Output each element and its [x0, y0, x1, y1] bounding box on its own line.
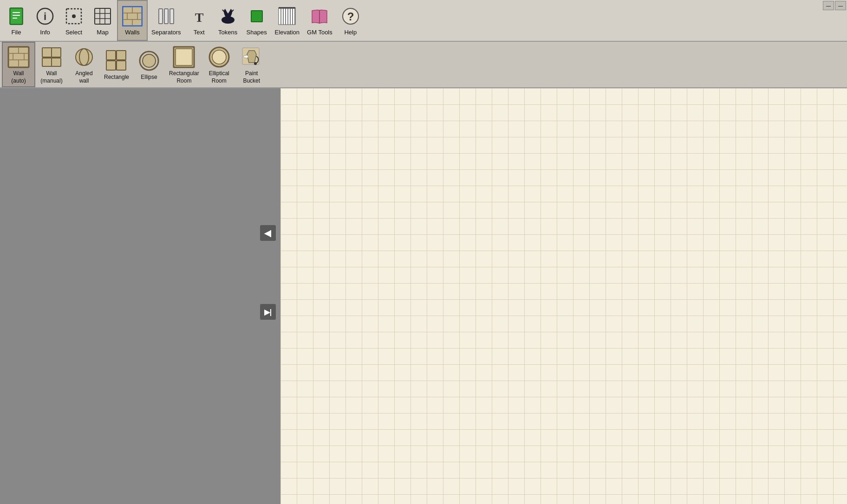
rectangle-label: Rectangle	[104, 74, 129, 80]
text-button[interactable]: T Text	[185, 0, 214, 41]
svg-text:?: ?	[347, 10, 354, 23]
map-label: Map	[97, 29, 108, 36]
rectangle-button[interactable]: Rectangle	[100, 42, 133, 87]
rectangular-room-icon	[172, 45, 196, 69]
svg-rect-53	[117, 51, 126, 60]
shapes-button[interactable]: Shapes	[242, 0, 271, 41]
wall-manual-button[interactable]: Wall (manual)	[35, 42, 68, 87]
svg-point-8	[72, 14, 76, 18]
svg-rect-48	[42, 58, 52, 66]
file-icon	[6, 6, 27, 27]
wall-manual-icon	[39, 45, 64, 69]
info-button[interactable]: i Info	[31, 0, 59, 41]
elevation-label: Elevation	[275, 29, 300, 36]
svg-rect-26	[251, 11, 262, 22]
wall-manual-line1: Wall	[46, 70, 57, 77]
svg-point-63	[254, 62, 257, 65]
help-icon: ?	[340, 6, 361, 27]
map-button[interactable]: Map	[88, 0, 117, 41]
svg-rect-21	[159, 9, 163, 24]
maximize-icon: —	[838, 3, 843, 8]
svg-text:T: T	[195, 10, 203, 25]
walls-icon	[122, 6, 143, 27]
minimize-button[interactable]: —	[823, 1, 834, 10]
content-area: ◀| ▶|	[0, 88, 847, 504]
wall-auto-icon	[7, 45, 31, 69]
file-button[interactable]: File	[2, 0, 31, 41]
svg-point-51	[79, 49, 89, 65]
text-icon: T	[189, 6, 210, 27]
svg-rect-22	[164, 9, 168, 24]
svg-rect-49	[52, 58, 61, 66]
panel-collapse-icon: ◀|	[264, 229, 272, 238]
wall-manual-line2: (manual)	[40, 78, 62, 84]
svg-rect-1	[11, 9, 22, 24]
elliptical-room-line2: Room	[212, 78, 227, 84]
gm-tools-button[interactable]: GM Tools	[303, 0, 336, 41]
map-canvas[interactable]	[280, 88, 847, 504]
panel-expand-button[interactable]: ▶|	[260, 304, 276, 320]
sub-toolbar: Wall (auto) Wall (manual) Angled	[0, 42, 847, 88]
angled-wall-line1: Angled	[75, 70, 92, 77]
file-label: File	[12, 29, 21, 36]
select-button[interactable]: Select	[59, 0, 88, 41]
svg-point-61	[212, 50, 226, 64]
rectangle-icon	[104, 49, 129, 73]
paint-bucket-button[interactable]: Paint Bucket	[235, 42, 268, 87]
elliptical-room-button[interactable]: Elliptical Room	[203, 42, 235, 87]
wall-auto-line2: (auto)	[11, 78, 26, 84]
rectangular-room-button[interactable]: Rectangular Room	[165, 42, 203, 87]
ellipse-button[interactable]: Ellipse	[133, 42, 165, 87]
separators-icon	[156, 6, 177, 27]
shapes-label: Shapes	[247, 29, 267, 36]
paint-bucket-icon	[240, 45, 264, 69]
svg-rect-54	[106, 61, 116, 70]
svg-rect-9	[95, 8, 111, 24]
rectangular-room-line1: Rectangular	[169, 70, 199, 77]
help-label: Help	[344, 29, 357, 36]
shapes-icon	[246, 6, 267, 27]
elevation-icon	[276, 6, 298, 27]
walls-label: Walls	[125, 29, 139, 36]
tokens-label: Tokens	[218, 29, 237, 36]
svg-point-57	[143, 54, 156, 67]
panel-expand-icon: ▶|	[264, 308, 272, 317]
svg-rect-52	[106, 51, 116, 60]
ellipse-label: Ellipse	[141, 74, 157, 80]
angled-wall-line2: wall	[79, 78, 89, 84]
separators-button[interactable]: Separators	[148, 0, 185, 41]
elliptical-room-line1: Elliptical	[209, 70, 229, 77]
elliptical-room-icon	[207, 45, 231, 69]
gm-tools-icon	[309, 6, 330, 27]
wall-auto-button[interactable]: Wall (auto)	[2, 42, 35, 87]
select-icon	[63, 6, 85, 27]
rectangular-room-line2: Room	[176, 78, 191, 84]
paint-bucket-line1: Paint	[245, 70, 258, 77]
svg-rect-47	[52, 48, 61, 57]
svg-rect-46	[42, 48, 52, 57]
panel-collapse-button[interactable]: ◀|	[260, 225, 276, 241]
walls-button[interactable]: Walls	[117, 0, 148, 41]
svg-text:i: i	[44, 11, 46, 22]
gm-tools-label: GM Tools	[307, 29, 332, 36]
svg-rect-55	[117, 61, 126, 70]
tokens-button[interactable]: Tokens	[214, 0, 242, 41]
angled-wall-button[interactable]: Angled wall	[68, 42, 100, 87]
separators-label: Separators	[151, 29, 181, 36]
angled-wall-icon	[72, 45, 96, 69]
select-label: Select	[65, 29, 82, 36]
svg-rect-59	[176, 49, 192, 65]
left-panel: ◀| ▶|	[0, 88, 280, 504]
map-icon	[92, 6, 113, 27]
text-label: Text	[194, 29, 205, 36]
help-button[interactable]: ? Help	[336, 0, 365, 41]
elevation-button[interactable]: Elevation	[271, 0, 303, 41]
svg-rect-23	[170, 9, 174, 24]
main-toolbar: File i Info Select	[0, 0, 847, 42]
ellipse-icon	[137, 49, 161, 73]
wall-auto-line1: Wall	[13, 70, 24, 77]
info-icon: i	[34, 6, 56, 27]
info-label: Info	[40, 29, 50, 36]
maximize-button[interactable]: —	[835, 1, 846, 10]
minimize-icon: —	[826, 3, 831, 8]
